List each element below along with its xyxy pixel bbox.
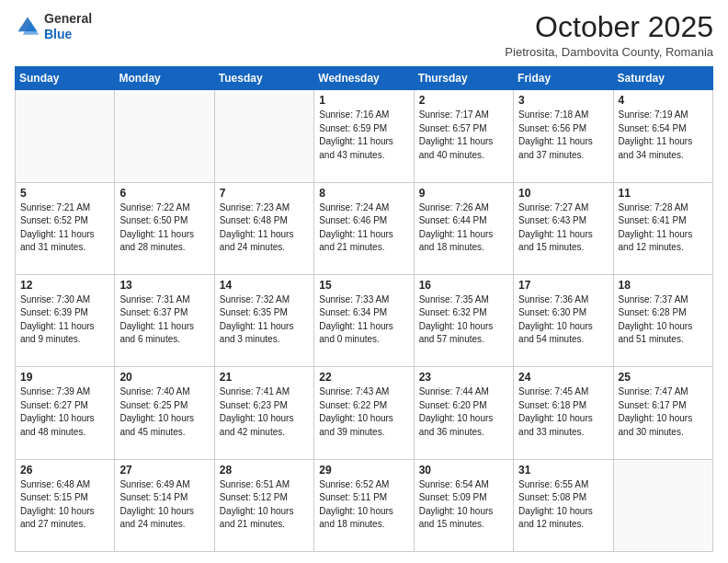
calendar-cell: 21Sunrise: 7:41 AM Sunset: 6:23 PM Dayli… [214,367,313,459]
month-title: October 2025 [505,11,713,43]
day-number: 18 [619,279,708,292]
day-number: 1 [319,94,408,107]
logo-text: General Blue [44,11,92,42]
calendar-cell: 12Sunrise: 7:30 AM Sunset: 6:39 PM Dayli… [16,274,115,366]
day-info: Sunrise: 7:28 AM Sunset: 6:41 PM Dayligh… [619,201,708,255]
week-row-3: 19Sunrise: 7:39 AM Sunset: 6:27 PM Dayli… [16,367,713,459]
calendar-cell: 26Sunrise: 6:48 AM Sunset: 5:15 PM Dayli… [16,459,115,551]
day-info: Sunrise: 6:48 AM Sunset: 5:15 PM Dayligh… [20,478,109,532]
calendar-cell: 13Sunrise: 7:31 AM Sunset: 6:37 PM Dayli… [115,274,214,366]
day-info: Sunrise: 7:24 AM Sunset: 6:46 PM Dayligh… [319,201,408,255]
logo-general-text: General [44,11,92,26]
day-info: Sunrise: 7:17 AM Sunset: 6:57 PM Dayligh… [419,109,508,162]
day-number: 5 [20,187,109,200]
calendar-cell: 24Sunrise: 7:45 AM Sunset: 6:18 PM Dayli… [514,367,613,459]
day-number: 14 [220,279,309,292]
day-info: Sunrise: 7:31 AM Sunset: 6:37 PM Dayligh… [119,293,209,347]
calendar-cell: 17Sunrise: 7:36 AM Sunset: 6:30 PM Dayli… [514,274,613,366]
calendar-cell [613,459,712,551]
calendar-cell: 30Sunrise: 6:54 AM Sunset: 5:09 PM Dayli… [414,459,513,551]
day-number: 16 [419,279,508,292]
day-info: Sunrise: 7:45 AM Sunset: 6:18 PM Dayligh… [518,385,608,439]
day-number: 17 [518,279,608,292]
calendar-cell: 29Sunrise: 6:52 AM Sunset: 5:11 PM Dayli… [314,459,414,551]
day-number: 23 [419,371,508,384]
calendar-cell [16,90,115,182]
calendar-cell: 28Sunrise: 6:51 AM Sunset: 5:12 PM Dayli… [214,459,313,551]
calendar-table: SundayMondayTuesdayWednesdayThursdayFrid… [15,66,713,552]
day-number: 19 [20,371,109,384]
logo: General Blue [15,11,92,42]
calendar-cell: 18Sunrise: 7:37 AM Sunset: 6:28 PM Dayli… [613,274,712,366]
day-info: Sunrise: 7:22 AM Sunset: 6:50 PM Dayligh… [119,201,209,255]
day-info: Sunrise: 6:55 AM Sunset: 5:08 PM Dayligh… [518,478,608,532]
day-number: 25 [619,371,708,384]
calendar-cell: 3Sunrise: 7:18 AM Sunset: 6:56 PM Daylig… [514,90,613,182]
day-number: 29 [319,464,408,477]
day-info: Sunrise: 6:49 AM Sunset: 5:14 PM Dayligh… [119,478,209,532]
header: General Blue October 2025 Pietrosita, Da… [15,11,713,59]
day-info: Sunrise: 7:18 AM Sunset: 6:56 PM Dayligh… [518,109,608,162]
week-row-0: 1Sunrise: 7:16 AM Sunset: 6:59 PM Daylig… [16,90,713,182]
calendar-cell: 5Sunrise: 7:21 AM Sunset: 6:52 PM Daylig… [16,182,115,274]
header-day-tuesday: Tuesday [214,67,313,90]
day-info: Sunrise: 7:16 AM Sunset: 6:59 PM Dayligh… [319,109,408,162]
day-info: Sunrise: 7:30 AM Sunset: 6:39 PM Dayligh… [20,293,109,347]
day-info: Sunrise: 7:47 AM Sunset: 6:17 PM Dayligh… [619,385,708,439]
logo-icon [15,14,40,40]
day-info: Sunrise: 7:23 AM Sunset: 6:48 PM Dayligh… [220,201,309,255]
day-info: Sunrise: 7:37 AM Sunset: 6:28 PM Dayligh… [619,293,708,347]
day-number: 2 [419,94,508,107]
calendar-cell: 4Sunrise: 7:19 AM Sunset: 6:54 PM Daylig… [613,90,712,182]
calendar-cell: 10Sunrise: 7:27 AM Sunset: 6:43 PM Dayli… [514,182,613,274]
calendar-cell: 8Sunrise: 7:24 AM Sunset: 6:46 PM Daylig… [314,182,414,274]
header-day-saturday: Saturday [613,67,712,90]
day-number: 9 [419,187,508,200]
calendar-cell: 22Sunrise: 7:43 AM Sunset: 6:22 PM Dayli… [314,367,414,459]
location-subtitle: Pietrosita, Dambovita County, Romania [505,45,713,59]
header-day-thursday: Thursday [414,67,513,90]
calendar-cell: 20Sunrise: 7:40 AM Sunset: 6:25 PM Dayli… [115,367,214,459]
week-row-1: 5Sunrise: 7:21 AM Sunset: 6:52 PM Daylig… [16,182,713,274]
page: General Blue October 2025 Pietrosita, Da… [0,0,728,563]
calendar-cell: 9Sunrise: 7:26 AM Sunset: 6:44 PM Daylig… [414,182,513,274]
day-info: Sunrise: 7:26 AM Sunset: 6:44 PM Dayligh… [419,201,508,255]
day-info: Sunrise: 7:21 AM Sunset: 6:52 PM Dayligh… [20,201,109,255]
calendar-cell: 14Sunrise: 7:32 AM Sunset: 6:35 PM Dayli… [214,274,313,366]
day-number: 21 [220,371,309,384]
day-number: 13 [119,279,209,292]
day-number: 24 [518,371,608,384]
day-info: Sunrise: 7:33 AM Sunset: 6:34 PM Dayligh… [319,293,408,347]
day-info: Sunrise: 6:52 AM Sunset: 5:11 PM Dayligh… [319,478,408,532]
day-info: Sunrise: 7:41 AM Sunset: 6:23 PM Dayligh… [220,385,309,439]
header-day-sunday: Sunday [16,67,115,90]
calendar-cell: 19Sunrise: 7:39 AM Sunset: 6:27 PM Dayli… [16,367,115,459]
title-block: October 2025 Pietrosita, Dambovita Count… [505,11,713,59]
day-info: Sunrise: 7:27 AM Sunset: 6:43 PM Dayligh… [518,201,608,255]
day-info: Sunrise: 7:35 AM Sunset: 6:32 PM Dayligh… [419,293,508,347]
day-info: Sunrise: 6:54 AM Sunset: 5:09 PM Dayligh… [419,478,508,532]
calendar-cell: 2Sunrise: 7:17 AM Sunset: 6:57 PM Daylig… [414,90,513,182]
logo-blue-text: Blue [44,27,72,41]
day-number: 27 [119,464,209,477]
day-number: 31 [518,464,608,477]
calendar-cell [214,90,313,182]
day-number: 28 [220,464,309,477]
day-number: 8 [319,187,408,200]
calendar-cell: 16Sunrise: 7:35 AM Sunset: 6:32 PM Dayli… [414,274,513,366]
day-number: 3 [518,94,608,107]
calendar-cell: 7Sunrise: 7:23 AM Sunset: 6:48 PM Daylig… [214,182,313,274]
day-number: 10 [518,187,608,200]
day-info: Sunrise: 7:36 AM Sunset: 6:30 PM Dayligh… [518,293,608,347]
week-row-2: 12Sunrise: 7:30 AM Sunset: 6:39 PM Dayli… [16,274,713,366]
week-row-4: 26Sunrise: 6:48 AM Sunset: 5:15 PM Dayli… [16,459,713,551]
day-info: Sunrise: 7:19 AM Sunset: 6:54 PM Dayligh… [619,109,708,162]
day-info: Sunrise: 7:39 AM Sunset: 6:27 PM Dayligh… [20,385,109,439]
calendar-cell: 23Sunrise: 7:44 AM Sunset: 6:20 PM Dayli… [414,367,513,459]
day-number: 26 [20,464,109,477]
day-number: 4 [619,94,708,107]
calendar-cell: 1Sunrise: 7:16 AM Sunset: 6:59 PM Daylig… [314,90,414,182]
day-number: 15 [319,279,408,292]
day-number: 30 [419,464,508,477]
day-info: Sunrise: 7:44 AM Sunset: 6:20 PM Dayligh… [419,385,508,439]
